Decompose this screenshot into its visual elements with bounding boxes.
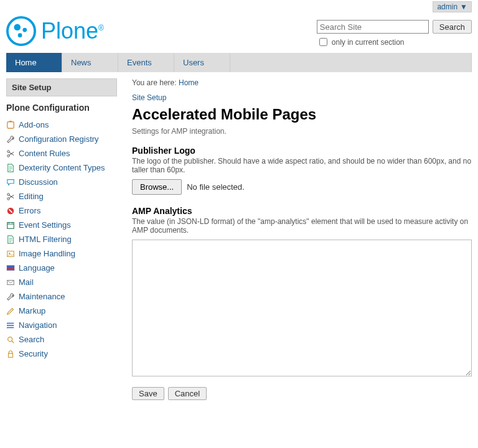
sidebar-item-label: Mail <box>19 278 34 287</box>
sidebar-item-language[interactable]: Language <box>6 261 117 275</box>
scissors-icon <box>6 192 15 201</box>
logo-text: Plone <box>41 18 98 44</box>
puzzle-icon <box>6 121 15 129</box>
sidebar-item-label: Configuration Registry <box>19 134 99 144</box>
sidebar-item-label: Event Settings <box>19 220 71 230</box>
breadcrumb: You are here: Home <box>132 78 472 87</box>
sidebar-item-html-filtering[interactable]: HTML Filtering <box>6 232 117 246</box>
doc-icon <box>6 235 15 244</box>
only-in-section-label[interactable]: only in current section <box>317 36 472 48</box>
mail-icon <box>6 278 15 287</box>
wrench-icon <box>6 292 15 301</box>
comment-icon <box>6 178 15 187</box>
sidebar-item-search[interactable]: Search <box>6 332 117 347</box>
page-title: Accelerated Mobile Pages <box>132 106 472 123</box>
nav-icon <box>6 321 15 330</box>
sidebar-item-navigation[interactable]: Navigation <box>6 318 117 332</box>
sidebar-item-label: Errors <box>19 206 40 215</box>
amp-analytics-help: The value (in JSON-LD format) of the "am… <box>132 217 472 235</box>
dropdown-icon: ▼ <box>460 2 467 11</box>
user-menu[interactable]: admin ▼ <box>433 1 472 12</box>
error-icon <box>6 207 15 215</box>
user-name: admin <box>437 2 457 11</box>
save-button[interactable]: Save <box>132 387 164 400</box>
sidebar-item-label: Search <box>19 335 44 344</box>
publisher-logo-label: Publisher Logo <box>132 146 472 156</box>
file-status: No file selected. <box>187 182 245 192</box>
image-icon <box>6 250 15 258</box>
registered-icon: ® <box>98 24 104 32</box>
sidebar-item-label: Discussion <box>19 177 58 187</box>
tab-users[interactable]: Users <box>174 53 230 72</box>
wrench-icon <box>6 135 15 144</box>
sidebar-item-mail[interactable]: Mail <box>6 275 117 289</box>
sidebar-item-label: Navigation <box>19 320 57 330</box>
doc-icon <box>6 164 15 172</box>
svg-point-0 <box>7 17 35 45</box>
breadcrumb-home[interactable]: Home <box>179 78 199 87</box>
amp-analytics-textarea[interactable] <box>132 240 472 376</box>
logo[interactable]: Plone® <box>6 16 104 46</box>
svg-point-20 <box>7 327 8 328</box>
sidebar-section-title: Plone Configuration <box>6 103 117 113</box>
sidebar-item-label: Content Rules <box>19 149 70 158</box>
sidebar-item-event-settings[interactable]: Event Settings <box>6 218 117 232</box>
svg-rect-11 <box>7 222 14 228</box>
svg-point-21 <box>8 337 12 341</box>
svg-rect-16 <box>7 268 14 270</box>
sidebar-item-configuration-registry[interactable]: Configuration Registry <box>6 132 117 146</box>
sidebar: Site Setup Plone Configuration Add-onsCo… <box>6 78 117 400</box>
page-subtitle: Settings for AMP integration. <box>132 127 472 136</box>
sidebar-header: Site Setup <box>6 78 117 96</box>
svg-rect-22 <box>9 353 13 357</box>
breadcrumb-prefix: You are here: <box>132 78 177 87</box>
sidebar-item-content-rules[interactable]: Content Rules <box>6 146 117 161</box>
sidebar-item-label: Dexterity Content Types <box>19 163 105 172</box>
svg-point-18 <box>7 322 8 324</box>
back-to-site-setup[interactable]: Site Setup <box>132 93 472 102</box>
svg-rect-15 <box>7 265 14 267</box>
sidebar-item-editing[interactable]: Editing <box>6 189 117 203</box>
svg-point-1 <box>14 24 21 30</box>
lock-icon <box>6 350 15 358</box>
sidebar-item-image-handling[interactable]: Image Handling <box>6 246 117 261</box>
tab-spacer <box>230 53 472 72</box>
cancel-button[interactable]: Cancel <box>168 387 207 400</box>
sidebar-item-label: Maintenance <box>19 292 65 301</box>
search-button[interactable]: Search <box>433 20 472 34</box>
sidebar-item-label: Add-ons <box>19 120 49 129</box>
tab-home[interactable]: Home <box>6 53 62 72</box>
sidebar-item-maintenance[interactable]: Maintenance <box>6 289 117 304</box>
svg-point-19 <box>7 325 8 326</box>
sidebar-item-label: Language <box>19 263 55 273</box>
sidebar-item-markup[interactable]: Markup <box>6 304 117 318</box>
publisher-logo-help: The logo of the publisher. Should have a… <box>132 157 472 174</box>
search-icon <box>6 335 15 344</box>
global-nav: Home News Events Users <box>6 53 472 72</box>
sidebar-item-discussion[interactable]: Discussion <box>6 175 117 189</box>
sidebar-item-label: Security <box>19 349 48 358</box>
svg-rect-4 <box>7 121 14 128</box>
flag-icon <box>6 264 15 273</box>
scissors-icon <box>6 149 15 158</box>
sidebar-item-label: Markup <box>19 306 45 315</box>
pencil-icon <box>6 307 15 315</box>
svg-point-2 <box>22 28 27 32</box>
sidebar-item-label: Image Handling <box>19 249 75 258</box>
amp-analytics-label: AMP Analytics <box>132 206 472 216</box>
sidebar-item-dexterity-content-types[interactable]: Dexterity Content Types <box>6 161 117 175</box>
sidebar-item-label: HTML Filtering <box>19 235 72 244</box>
sidebar-item-label: Editing <box>19 192 44 201</box>
svg-point-3 <box>18 33 22 37</box>
tab-events[interactable]: Events <box>118 53 174 72</box>
sidebar-item-add-ons[interactable]: Add-ons <box>6 118 117 132</box>
browse-button[interactable]: Browse... <box>132 179 182 195</box>
tab-news[interactable]: News <box>62 53 118 72</box>
only-in-section-text: only in current section <box>332 38 405 47</box>
plone-logo-icon <box>6 16 36 46</box>
sidebar-item-errors[interactable]: Errors <box>6 203 117 218</box>
search-input[interactable] <box>317 20 429 34</box>
sidebar-item-security[interactable]: Security <box>6 347 117 361</box>
calendar-icon <box>6 221 15 230</box>
only-in-section-checkbox[interactable] <box>319 38 327 46</box>
